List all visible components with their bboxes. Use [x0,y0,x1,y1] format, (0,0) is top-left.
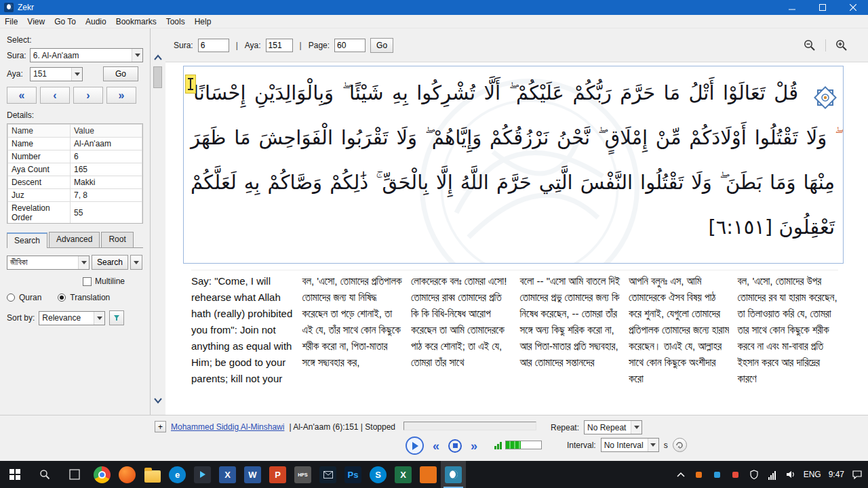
toolbar-go-button[interactable]: Go [370,38,393,53]
taskbar-app-zekr-active[interactable] [441,461,466,488]
table-row[interactable]: DescentMakki [8,176,142,189]
taskbar-app-skype[interactable]: S [366,461,391,488]
sura-combobox[interactable]: 6. Al-An'aam [30,48,143,62]
network-icon[interactable] [767,469,778,480]
volume-tray-icon[interactable] [785,469,796,480]
quran-line[interactable]: قُلْ تَعَالَوْا أَتْلُ مَا حَرَّمَ رَبُّ… [191,70,835,115]
volume-slider[interactable] [505,441,542,449]
menu-help[interactable]: Help [190,16,216,28]
table-row[interactable]: NameAl-An'aam [8,138,142,150]
zoom-in-icon[interactable] [835,39,848,52]
taskbar-app-excel[interactable]: X [391,461,416,488]
quran-radio[interactable] [7,293,15,302]
chevron-down-icon[interactable] [78,256,89,269]
menu-tools[interactable]: Tools [161,16,190,28]
menu-bookmarks[interactable]: Bookmarks [111,16,161,28]
taskbar-app-powerpoint[interactable]: P [265,461,290,488]
chevron-down-icon[interactable] [631,421,642,434]
chevron-down-icon[interactable] [132,49,142,62]
translation-radio[interactable] [58,293,66,302]
taskbar-app-orange[interactable] [416,461,441,488]
taskbar-app-mail[interactable] [315,461,340,488]
menu-file[interactable]: File [0,16,22,28]
hidden-icons-button[interactable] [675,469,686,480]
taskbar-app-word[interactable]: W [240,461,265,488]
toolbar-sura-input[interactable] [198,39,229,52]
last-aya-button[interactable]: » [106,87,136,104]
chevron-down-icon[interactable] [648,439,658,451]
clock[interactable]: 9:47 [829,470,844,479]
interval-combobox[interactable]: No Interval [601,438,659,452]
quran-line-with-verse-ref[interactable]: تَعْقِلُونَ [٦:١٥١] [191,205,835,249]
translation-column-bengali-2[interactable]: লোকদেরকে বলঃ তোমরা এসো! তোমাদের রাব্ব তো… [411,273,512,413]
taskbar-app-file-explorer[interactable] [140,461,165,488]
menu-audio[interactable]: Audio [81,16,111,28]
table-row[interactable]: Aya Count165 [8,163,142,176]
taskbar-app-media-player[interactable] [190,461,215,488]
taskbar-app-hps[interactable]: HPS [290,461,315,488]
taskbar-app-browser[interactable] [115,461,140,488]
quran-text-pane[interactable]: قُلْ تَعَالَوْا أَتْلُ مَا حَرَّمَ رَبُّ… [183,66,844,264]
audio-progress-bar[interactable] [403,422,536,430]
menu-goto[interactable]: Go To [50,16,81,28]
taskbar-app-photoshop[interactable]: Ps [340,461,366,488]
security-shield-icon[interactable] [749,469,760,480]
start-button[interactable] [0,461,30,488]
scrollbar-thumb[interactable] [153,66,162,88]
quran-line[interactable]: ۖ وَلَا تَقْتُلُوا أَوْلَادَكُمْ مِّنْ إ… [191,115,835,160]
tab-root[interactable]: Root [101,232,133,247]
action-center-icon[interactable] [852,469,863,480]
scroll-down-button[interactable] [152,394,164,407]
table-row[interactable]: Juz7, 8 [8,189,142,202]
prev-aya-button[interactable]: ‹ [40,87,70,104]
previous-button[interactable]: « [433,439,439,453]
sort-combobox[interactable]: Relevance [39,311,105,325]
reciter-link[interactable]: Mohammed Siddig Al-Minshawi [171,422,284,432]
tab-advanced[interactable]: Advanced [49,232,100,247]
quran-line[interactable]: مِنْهَا وَمَا بَطَنَ ۖ وَلَا تَقْتُلُوا … [191,160,835,205]
translation-column-bengali-5[interactable]: বল, 'এসো, তোমাদের উপর তোমাদের রব যা হারা… [737,273,838,413]
tab-search[interactable]: Search [7,232,47,248]
sort-order-button[interactable] [109,310,124,325]
toolbar-aya-input[interactable] [266,39,293,52]
translation-column-bengali-4[interactable]: আপনি বলুনঃ এস, আমি তোমাদেরকে ঐসব বিষয় প… [629,273,730,413]
play-button[interactable] [406,436,424,455]
keyboard-language[interactable]: ENG [804,470,821,479]
sidebar-go-button[interactable]: Go [103,66,138,81]
taskbar-app-chrome[interactable] [90,461,115,488]
translation-column-english[interactable]: Say: "Come, I will rehearse what Allah h… [191,273,294,413]
search-input[interactable]: জীবিকা [7,256,90,270]
task-view-button[interactable] [60,461,90,488]
chevron-down-icon[interactable] [94,312,104,325]
table-row[interactable]: Number6 [8,150,142,163]
taskbar-app-office-x[interactable]: X [215,461,240,488]
scroll-up-button[interactable] [152,52,164,64]
translation-columns: Say: "Come, I will rehearse what Allah h… [191,270,838,413]
minimize-button[interactable] [776,0,807,15]
translation-column-bengali-1[interactable]: বল, 'এসো, তোমাদের প্রতিপালক তোমাদের জন্য… [302,273,403,413]
search-button[interactable]: Search [92,255,128,270]
stop-button[interactable] [448,439,462,453]
zoom-out-icon[interactable] [804,39,816,52]
maximize-button[interactable] [807,0,837,15]
multiline-checkbox[interactable] [83,277,92,286]
close-button[interactable] [837,0,868,15]
tray-app-blue[interactable] [712,469,723,480]
next-aya-button[interactable]: › [73,87,103,104]
chevron-down-icon[interactable] [71,68,82,81]
aya-combobox[interactable]: 151 [30,67,83,81]
continuous-play-button[interactable] [673,438,687,452]
menu-view[interactable]: View [22,16,50,28]
repeat-combobox[interactable]: No Repeat [584,420,642,434]
tray-app-orange[interactable] [694,469,705,480]
translation-column-bengali-3[interactable]: বলো -- "এসো আমি বাতলে দিই তোমাদের প্রভু … [519,273,620,413]
next-button[interactable]: » [471,439,477,453]
search-options-dropdown-button[interactable] [130,255,142,270]
first-aya-button[interactable]: « [7,87,37,104]
add-reciter-button[interactable]: + [155,421,166,432]
taskbar-search-button[interactable] [30,461,60,488]
tray-app-red[interactable] [730,469,741,480]
table-row[interactable]: Revelation Order55 [8,202,142,224]
taskbar-app-edge[interactable]: e [165,461,190,488]
toolbar-page-input[interactable] [334,39,366,52]
